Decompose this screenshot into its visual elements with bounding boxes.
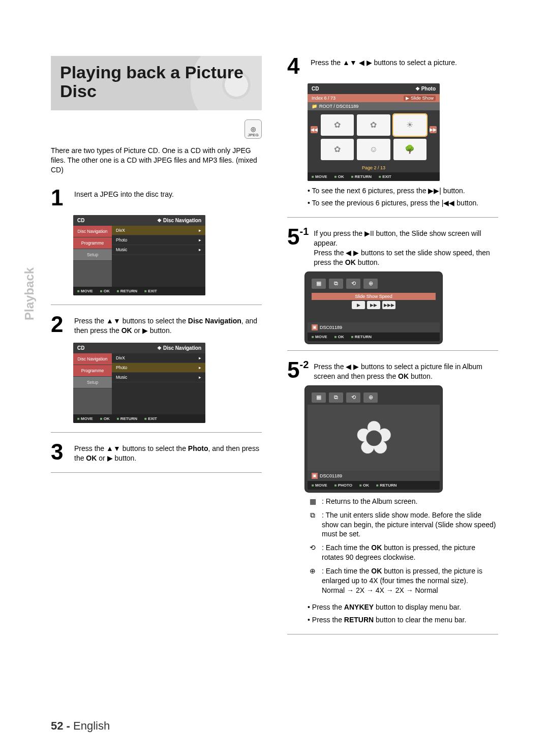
osd-slideshow-speed: ▦ ⧉ ⟲ ⊕ Slide Show Speed ▶ ▶▶ ▶▶▶ ▣DSC01… [308,275,440,341]
divider [287,350,498,351]
legend-text: Each time the OK button is pressed, the … [322,566,498,595]
osd-side-programme: Programme [73,237,112,249]
step-number: 2 [51,314,69,336]
file-icon: ▣ [312,473,318,479]
osd-side-disc-navigation: Disc Navigation [73,353,112,365]
page-title: Playing back a Picture Disc [60,63,253,101]
osd-photo-grid: CD ❖ Photo Index 6 / 73 ▶ Slide Show 📁 R… [308,83,440,181]
step-3: 3 Press the ▲▼ buttons to select the Pho… [51,442,262,463]
legend-text: Returns to the Album screen. [322,497,498,506]
osd-path: 📁 ROOT / DSC01189 [308,102,440,110]
step-1: 1 Insert a JPEG into the disc tray. [51,188,262,208]
osd-header-left: CD [312,86,319,92]
thumbnail[interactable]: 🌳 [393,139,426,160]
step-text: Press the ◀ ▶ buttons to select a pictur… [314,360,498,381]
file-icon: ▣ [312,324,318,330]
next-page-icon[interactable]: ▶▶ [430,126,437,133]
note-item: Press the ANYKEY button to display menu … [308,602,498,612]
thumbnail[interactable]: ✿ [321,139,354,160]
step-text: Press the ▲▼ ◀ ▶ buttons to select a pic… [311,56,498,76]
step-number: 4 [287,56,306,76]
osd-help-bar: MOVEOKRETURNEXIT [73,287,205,295]
slide-speed-buttons: ▶ ▶▶ ▶▶▶ [308,301,440,313]
thumbnail[interactable]: ☀ [393,114,426,136]
osd-sub-divx: DivX▸ [112,353,205,363]
speed-med-icon[interactable]: ▶▶ [367,301,380,309]
osd-side-setup: Setup [73,249,112,261]
osd-header-right: ❖ Photo [415,86,436,92]
step-2: 2 Press the ▲▼ buttons to select the Dis… [51,314,262,336]
osd-disc-navigation-2: CD Disc Navigation Disc Navigation Progr… [73,343,205,423]
osd-sub-music: Music▸ [112,245,205,255]
osd-disc-navigation-1: CD Disc Navigation Disc Navigation Progr… [73,215,205,295]
osd-header-right: Disc Navigation [157,218,201,223]
step-number: 5-2 [287,360,309,381]
tool-zoom-icon[interactable]: ⊕ [363,279,378,289]
tool-slideshow-icon[interactable]: ⧉ [329,392,343,403]
osd-header-left: CD [77,218,84,223]
thumbnail[interactable]: ✿ [357,114,390,136]
osd-help-bar: MOVEOKRETURNEXIT [308,172,440,181]
jpeg-badge-icon: ◎ JPEG [245,119,262,139]
zoom-icon: ⊕ [308,566,318,595]
note-item: To see the previous 6 pictures, press th… [308,198,498,208]
legend-item: ⟲ Each time the OK button is pressed, th… [308,543,498,562]
step-4: 4 Press the ▲▼ ◀ ▶ buttons to select a p… [287,56,498,76]
page-title-block: Playing back a Picture Disc [51,56,262,110]
legend-text: The unit enters slide show mode. Before … [322,510,498,539]
osd-help-bar: MOVEPHOTOOKRETURN [308,481,440,490]
slide-speed-label: Slide Show Speed [312,293,436,300]
legend-item: ▦ Returns to the Album screen. [308,497,498,506]
osd-side-setup: Setup [73,377,112,388]
tool-slideshow-icon[interactable]: ⧉ [329,279,343,289]
osd-sub-divx: DivX▸ [112,226,205,235]
slideshow-icon: ⧉ [308,510,318,539]
note-item: Press the RETURN button to clear the men… [308,615,498,625]
thumbnail[interactable]: ✿ [321,114,354,136]
left-column: Playing back a Picture Disc ◎ JPEG There… [51,56,262,644]
final-notes: Press the ANYKEY button to display menu … [308,602,498,625]
divider [287,217,498,218]
osd-page-label: Page 2 / 13 [308,164,440,172]
intro-text: There are two types of Picture CD. One i… [51,146,262,175]
step-text: Press the ▲▼ buttons to select the Photo… [74,442,262,463]
divider [51,432,262,433]
step-text: Press the ▲▼ buttons to select the Disc … [74,314,262,336]
osd-filename: ▣DSC01189 [308,322,440,332]
step-5-2: 5-2 Press the ◀ ▶ buttons to select a pi… [287,360,498,381]
divider [51,305,262,305]
osd-header-right: Disc Navigation [157,345,201,351]
osd-picture-view: ▦ ⧉ ⟲ ⊕ ▣DSC01189 MOVEPHOTOOKRETURN [308,388,440,490]
osd-header-left: CD [77,345,84,351]
tool-album-icon[interactable]: ▦ [312,279,326,289]
album-icon: ▦ [308,497,318,506]
page-footer: 52 - English [51,719,110,733]
osd-sub-photo: Photo▸ [112,363,205,373]
tool-rotate-icon[interactable]: ⟲ [346,392,360,403]
osd-index-label: Index 6 / 73 [312,96,336,101]
legend-text: Each time the OK button is pressed, the … [322,543,498,562]
tool-rotate-icon[interactable]: ⟲ [346,279,360,289]
section-tab: Playback [22,267,37,320]
osd-help-bar: MOVEOKRETURNEXIT [73,414,205,423]
tool-zoom-icon[interactable]: ⊕ [363,392,378,403]
osd-sub-photo: Photo▸ [112,235,205,245]
speed-slow-icon[interactable]: ▶ [352,301,365,309]
osd-sub-music: Music▸ [112,373,205,382]
step-text: Insert a JPEG into the disc tray. [74,188,262,208]
prev-page-icon[interactable]: ◀◀ [311,126,318,133]
osd-slideshow-button[interactable]: ▶ Slide Show [404,96,436,101]
step-4-notes: To see the next 6 pictures, press the ▶▶… [308,186,498,208]
step-number: 1 [51,188,69,208]
thumbnail[interactable]: ☺ [357,139,390,160]
step-text: If you press the ▶II button, the Slide s… [314,227,498,267]
legend-item: ⧉ The unit enters slide show mode. Befor… [308,510,498,539]
osd-side-disc-navigation: Disc Navigation [73,226,112,237]
speed-fast-icon[interactable]: ▶▶▶ [382,301,395,309]
icon-legend: ▦ Returns to the Album screen. ⧉ The uni… [308,497,498,595]
step-number: 5-1 [287,227,309,267]
legend-item: ⊕ Each time the OK button is pressed, th… [308,566,498,595]
step-number: 3 [51,442,69,463]
right-column: 4 Press the ▲▼ ◀ ▶ buttons to select a p… [287,56,498,644]
tool-album-icon[interactable]: ▦ [312,392,326,403]
